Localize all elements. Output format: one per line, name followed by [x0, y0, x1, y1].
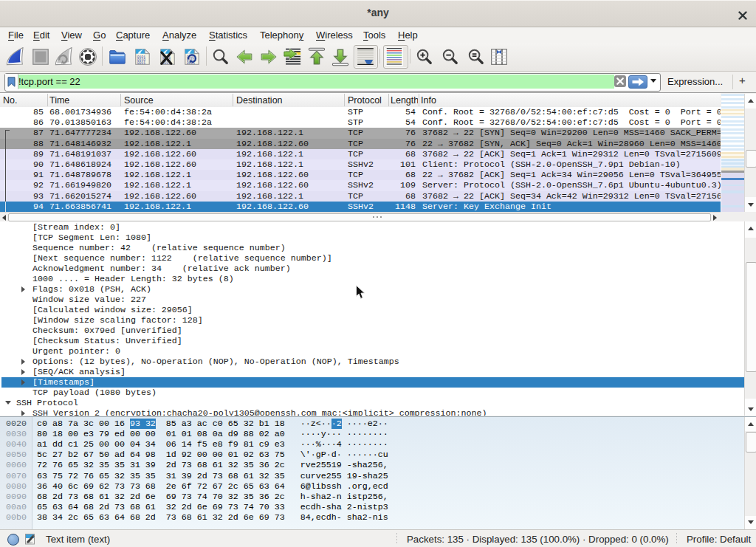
svg-text:0011: 0011: [137, 61, 146, 65]
